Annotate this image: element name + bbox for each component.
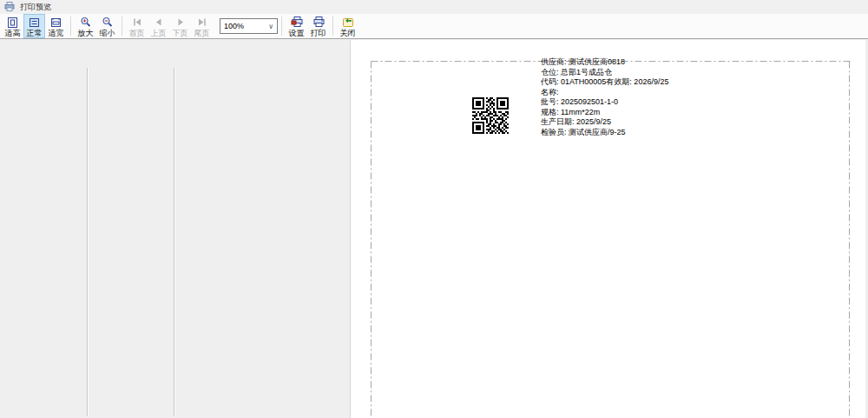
fit-width-label: 适宽	[49, 29, 64, 37]
settings-printer-icon	[291, 17, 303, 29]
label-line-inspector: 检验员: 测试供应商/9-25	[541, 128, 668, 138]
label-line-batch: 批号: 2025092501-1-0	[541, 97, 668, 108]
close-button[interactable]: 关闭	[337, 14, 358, 38]
zoom-out-button[interactable]: 缩小	[96, 14, 118, 38]
preview-area: 供应商: 测试供应商0818 仓位: 总部1号成品仓 代码: 01ATH0000…	[0, 40, 868, 418]
prev-page-label: 上页	[151, 29, 167, 37]
next-page-button[interactable]: 下页	[169, 14, 191, 38]
last-page-label: 尾页	[194, 29, 210, 37]
last-page-button[interactable]: 尾页	[191, 14, 213, 38]
preview-page: 供应商: 测试供应商0818 仓位: 总部1号成品仓 代码: 01ATH0000…	[350, 40, 865, 418]
zoom-out-icon	[102, 17, 113, 29]
fit-width-icon	[50, 17, 62, 29]
printer-icon	[4, 0, 15, 15]
last-page-icon	[197, 17, 207, 29]
print-button[interactable]: 打印	[307, 14, 329, 38]
label-line-prod-date: 生产日期: 2025/9/25	[541, 117, 668, 128]
toolbar: 适高 正常 适宽	[0, 14, 868, 39]
print-label: 打印	[311, 29, 326, 37]
first-page-label: 首页	[129, 29, 145, 37]
first-page-icon	[132, 17, 142, 29]
next-page-icon	[175, 17, 186, 29]
prev-page-icon	[154, 17, 164, 29]
toolbar-separator	[70, 17, 71, 36]
fit-height-label: 适高	[5, 29, 21, 37]
close-label: 关闭	[340, 29, 356, 37]
print-preview-window: 打印预览 适高 正常	[0, 0, 868, 418]
close-exit-icon	[342, 17, 354, 29]
normal-view-label: 正常	[27, 29, 43, 37]
page-title: 打印预览	[20, 2, 51, 13]
zoom-in-label: 放大	[78, 29, 94, 37]
qr-code	[472, 97, 509, 134]
normal-view-icon	[29, 17, 40, 29]
zoom-level-select[interactable]: 100% ∨	[220, 18, 278, 34]
label-line-warehouse: 仓位: 总部1号成品仓	[541, 68, 668, 78]
zoom-level-value: 100%	[224, 22, 244, 30]
fit-width-button[interactable]: 适宽	[45, 14, 67, 38]
title-bar: 打印预览	[0, 0, 868, 14]
print-printer-icon	[312, 17, 325, 29]
settings-button[interactable]: 设置	[286, 14, 307, 38]
page-column-separator	[174, 68, 174, 416]
zoom-out-label: 缩小	[100, 29, 115, 37]
normal-view-button[interactable]: 正常	[23, 14, 45, 38]
toolbar-separator	[332, 17, 333, 36]
chevron-down-icon: ∨	[268, 23, 273, 30]
label-line-spec: 规格: 11mm*22m	[541, 108, 668, 118]
label-text-block: 供应商: 测试供应商0818 仓位: 总部1号成品仓 代码: 01ATH0000…	[541, 57, 668, 137]
label-line-name: 名称:	[541, 88, 668, 98]
toolbar-separator	[122, 17, 122, 36]
page-column-separator	[87, 68, 88, 416]
next-page-label: 下页	[173, 29, 188, 37]
settings-label: 设置	[289, 29, 305, 37]
label-line-code-expiry: 代码: 01ATH00005有效期: 2026/9/25	[541, 77, 668, 88]
zoom-in-button[interactable]: 放大	[75, 14, 96, 38]
fit-height-icon	[7, 17, 18, 29]
prev-page-button[interactable]: 上页	[148, 14, 169, 38]
first-page-button[interactable]: 首页	[126, 14, 148, 38]
zoom-in-icon	[80, 17, 91, 29]
fit-height-button[interactable]: 适高	[2, 14, 23, 38]
toolbar-separator	[281, 17, 282, 36]
label-line-supplier: 供应商: 测试供应商0818	[541, 57, 668, 68]
